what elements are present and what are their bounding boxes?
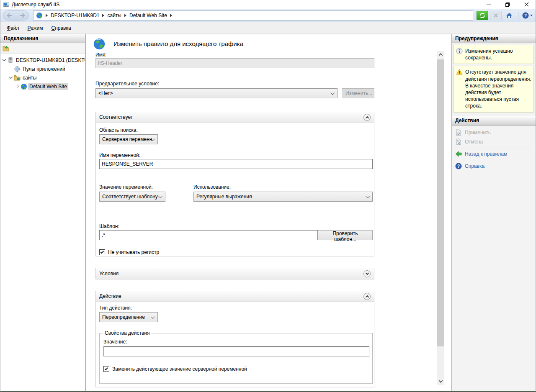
conditions-section: Условия	[95, 268, 374, 279]
svg-text:?: ?	[457, 164, 460, 169]
apply-label: Применить	[465, 130, 491, 136]
tree-item-sites[interactable]: сайты	[0, 73, 85, 82]
precondition-label: Предварительное условие:	[95, 81, 159, 87]
actions-separator	[454, 148, 533, 148]
pattern-input[interactable]	[99, 230, 318, 240]
action-type-select[interactable]: Переопределение	[99, 312, 158, 322]
apply-icon	[455, 129, 462, 136]
stop-button[interactable]	[490, 11, 502, 20]
tree-item-label: Default Web Site	[28, 83, 68, 90]
using-label: Использование:	[193, 184, 231, 190]
help-icon: ?	[455, 163, 462, 169]
breadcrumb-server[interactable]: DESKTOP-U1MK9D1	[51, 13, 99, 18]
close-button[interactable]	[517, 0, 536, 9]
feature-page: Изменить правило для исходящего трафика …	[85, 34, 451, 391]
page-title: Изменить правило для исходящего трафика	[113, 40, 243, 47]
help-link[interactable]: ? Справка	[452, 161, 536, 171]
menu-help[interactable]: Справка	[48, 23, 75, 33]
expander-icon[interactable]	[9, 75, 14, 80]
home-button[interactable]	[503, 11, 515, 20]
ignore-case-checkbox[interactable]	[99, 249, 105, 255]
scroll-down-button[interactable]	[437, 378, 444, 385]
expander-icon[interactable]	[2, 58, 7, 63]
tree-item-app-pools[interactable]: Пулы приложений	[0, 64, 85, 73]
precondition-value: <Нет>	[98, 90, 113, 96]
navigation-pill	[3, 10, 29, 20]
tree-item-default-web-site[interactable]: Default Web Site	[0, 82, 85, 91]
scope-select[interactable]: Серверная переменн	[99, 134, 158, 144]
chevron-down-icon	[330, 91, 335, 95]
scrollbar-thumb[interactable]	[437, 59, 444, 346]
back-button[interactable]	[8, 13, 12, 18]
variable-value-label: Значение переменной:	[99, 184, 153, 190]
address-bar: DESKTOP-U1MK9D1 сайты Default Web Site	[0, 9, 536, 22]
action-section-header[interactable]: Действие	[96, 291, 374, 302]
tree-item-server[interactable]: DESKTOP-U1MK9D1 (DESKTOP	[0, 56, 85, 64]
help-button[interactable]: ?	[521, 11, 533, 20]
precondition-select[interactable]: <Нет>	[95, 88, 338, 98]
action-section-title: Действие	[99, 293, 121, 299]
refresh-icon	[479, 12, 486, 19]
action-value-label: Значение:	[103, 339, 127, 345]
restore-icon	[505, 3, 510, 7]
actions-separator	[454, 160, 533, 160]
breadcrumb-sites[interactable]: сайты	[107, 13, 121, 18]
ignore-case-row[interactable]: Не учитывать регистр	[99, 249, 159, 255]
pattern-label: Шаблон:	[99, 223, 119, 229]
scroll-up-button[interactable]	[437, 51, 444, 58]
back-arrow-icon	[455, 151, 462, 157]
edit-precondition-button: Изменить...	[342, 88, 374, 98]
menu-bar: Файл Режим Справка	[0, 22, 536, 34]
refresh-button[interactable]	[477, 11, 488, 20]
replace-value-row[interactable]: Заменить действующее значение серверной …	[103, 366, 247, 372]
variable-value-value: Соответствует шаблону	[102, 194, 158, 200]
action-type-label: Тип действия:	[99, 305, 132, 311]
save-connection-icon[interactable]	[3, 45, 9, 52]
match-section: Соответствует Область поиска: Серверная …	[95, 112, 374, 256]
test-pattern-button[interactable]: Проверить шаблон...	[318, 230, 373, 240]
scroll-up-icon	[438, 53, 443, 57]
alert-info-text: Изменения успешно сохранены.	[465, 48, 531, 61]
collapse-icon[interactable]	[363, 114, 371, 121]
ignore-case-label: Не учитывать регистр	[108, 249, 159, 255]
match-section-title: Соответствует	[99, 114, 133, 120]
scope-label: Область поиска:	[99, 127, 138, 133]
action-value-input[interactable]	[103, 346, 369, 356]
vertical-scrollbar[interactable]	[437, 51, 444, 385]
back-to-rules-link[interactable]: Назад к правилам	[452, 149, 536, 159]
variable-name-input[interactable]	[99, 159, 373, 169]
chevron-down-icon	[366, 194, 370, 198]
action-section: Действие Тип действия: Переопределение С…	[95, 291, 374, 387]
minimize-button[interactable]	[479, 0, 498, 9]
name-input	[95, 58, 374, 68]
breadcrumb-arrow-icon	[170, 14, 172, 17]
action-type-value: Переопределение	[102, 314, 145, 320]
alert-warning: Отсутствует значение для действия переоп…	[454, 66, 534, 112]
window-title: Диспетчер служб IIS	[12, 2, 59, 8]
connections-toolbar	[0, 43, 85, 54]
using-select[interactable]: Регулярные выражения	[193, 192, 373, 202]
match-section-header[interactable]: Соответствует	[96, 112, 374, 123]
variable-value-select[interactable]: Соответствует шаблону	[99, 192, 165, 202]
cancel-action: Отмена	[452, 137, 536, 146]
replace-value-checkbox[interactable]	[103, 366, 109, 372]
app-icon	[3, 1, 10, 8]
breadcrumb-default-web-site[interactable]: Default Web Site	[129, 13, 167, 18]
conditions-section-header[interactable]: Условия	[96, 268, 374, 279]
collapse-icon[interactable]	[363, 293, 371, 300]
app-pools-icon	[14, 66, 21, 72]
cancel-icon	[455, 138, 462, 145]
restore-button[interactable]	[498, 0, 517, 9]
connections-panel: Подключения DES	[0, 34, 85, 391]
menu-file[interactable]: Файл	[3, 23, 23, 33]
expand-icon[interactable]	[363, 270, 371, 277]
breadcrumb[interactable]: DESKTOP-U1MK9D1 сайты Default Web Site	[33, 10, 473, 20]
toolbar-separator	[518, 12, 518, 19]
tree-item-label: Пулы приложений	[23, 66, 65, 72]
connections-tree: DESKTOP-U1MK9D1 (DESKTOP Пулы приложений	[0, 54, 85, 91]
menu-view[interactable]: Режим	[24, 23, 47, 33]
expander-icon[interactable]	[15, 84, 21, 89]
forward-button[interactable]	[20, 13, 24, 18]
alert-info: Изменения успешно сохранены.	[454, 45, 534, 64]
minimize-icon	[487, 5, 491, 5]
